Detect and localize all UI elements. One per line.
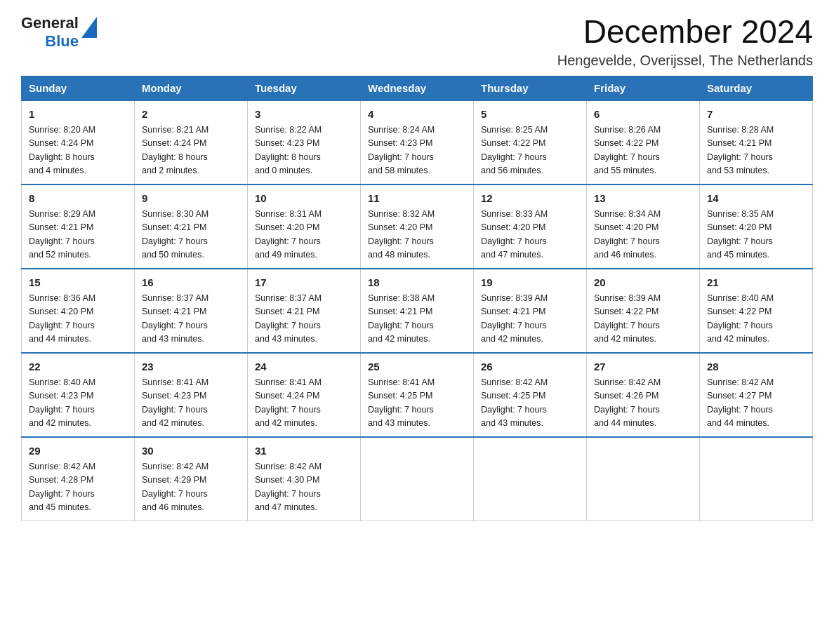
- calendar-cell: 31Sunrise: 8:42 AM Sunset: 4:30 PM Dayli…: [248, 437, 361, 521]
- day-info: Sunrise: 8:36 AM Sunset: 4:20 PM Dayligh…: [29, 292, 127, 347]
- calendar-cell: 11Sunrise: 8:32 AM Sunset: 4:20 PM Dayli…: [361, 185, 474, 269]
- calendar-cell: 28Sunrise: 8:42 AM Sunset: 4:27 PM Dayli…: [700, 353, 813, 437]
- day-number: 27: [594, 359, 692, 375]
- calendar-cell: [587, 437, 700, 521]
- calendar-cell: 9Sunrise: 8:30 AM Sunset: 4:21 PM Daylig…: [135, 185, 248, 269]
- calendar-cell: 13Sunrise: 8:34 AM Sunset: 4:20 PM Dayli…: [587, 185, 700, 269]
- calendar-cell: 25Sunrise: 8:41 AM Sunset: 4:25 PM Dayli…: [361, 353, 474, 437]
- calendar-cell: 15Sunrise: 8:36 AM Sunset: 4:20 PM Dayli…: [22, 269, 135, 353]
- calendar-cell: 5Sunrise: 8:25 AM Sunset: 4:22 PM Daylig…: [474, 100, 587, 185]
- day-info: Sunrise: 8:41 AM Sunset: 4:23 PM Dayligh…: [142, 376, 240, 431]
- day-info: Sunrise: 8:39 AM Sunset: 4:21 PM Dayligh…: [481, 292, 579, 347]
- location-subtitle: Hengevelde, Overijssel, The Netherlands: [557, 53, 813, 69]
- day-info: Sunrise: 8:42 AM Sunset: 4:25 PM Dayligh…: [481, 376, 579, 431]
- calendar-week-row: 8Sunrise: 8:29 AM Sunset: 4:21 PM Daylig…: [22, 185, 813, 269]
- calendar-cell: 24Sunrise: 8:41 AM Sunset: 4:24 PM Dayli…: [248, 353, 361, 437]
- day-number: 29: [29, 443, 127, 459]
- day-info: Sunrise: 8:39 AM Sunset: 4:22 PM Dayligh…: [594, 292, 692, 347]
- calendar-cell: 23Sunrise: 8:41 AM Sunset: 4:23 PM Dayli…: [135, 353, 248, 437]
- day-info: Sunrise: 8:42 AM Sunset: 4:26 PM Dayligh…: [594, 376, 692, 431]
- day-info: Sunrise: 8:28 AM Sunset: 4:21 PM Dayligh…: [707, 123, 805, 178]
- day-info: Sunrise: 8:29 AM Sunset: 4:21 PM Dayligh…: [29, 208, 127, 262]
- day-info: Sunrise: 8:24 AM Sunset: 4:23 PM Dayligh…: [368, 123, 466, 178]
- calendar-header-row: SundayMondayTuesdayWednesdayThursdayFrid…: [22, 76, 813, 100]
- calendar-cell: [474, 437, 587, 521]
- day-info: Sunrise: 8:21 AM Sunset: 4:24 PM Dayligh…: [142, 123, 240, 178]
- day-number: 28: [707, 359, 805, 375]
- calendar-cell: [700, 437, 813, 521]
- day-number: 23: [142, 359, 240, 375]
- day-number: 21: [707, 275, 805, 291]
- calendar-cell: 26Sunrise: 8:42 AM Sunset: 4:25 PM Dayli…: [474, 353, 587, 437]
- calendar-table: SundayMondayTuesdayWednesdayThursdayFrid…: [21, 76, 813, 521]
- calendar-week-row: 29Sunrise: 8:42 AM Sunset: 4:28 PM Dayli…: [22, 437, 813, 521]
- day-number: 30: [142, 443, 240, 459]
- calendar-cell: 30Sunrise: 8:42 AM Sunset: 4:29 PM Dayli…: [135, 437, 248, 521]
- day-number: 22: [29, 359, 127, 375]
- calendar-cell: 21Sunrise: 8:40 AM Sunset: 4:22 PM Dayli…: [700, 269, 813, 353]
- calendar-week-row: 15Sunrise: 8:36 AM Sunset: 4:20 PM Dayli…: [22, 269, 813, 353]
- col-header-sunday: Sunday: [22, 76, 135, 100]
- day-number: 3: [255, 107, 353, 123]
- day-number: 19: [481, 275, 579, 291]
- day-info: Sunrise: 8:25 AM Sunset: 4:22 PM Dayligh…: [481, 123, 579, 178]
- day-info: Sunrise: 8:30 AM Sunset: 4:21 PM Dayligh…: [142, 208, 240, 262]
- col-header-tuesday: Tuesday: [248, 76, 361, 100]
- calendar-cell: 3Sunrise: 8:22 AM Sunset: 4:23 PM Daylig…: [248, 100, 361, 185]
- col-header-friday: Friday: [587, 76, 700, 100]
- day-number: 4: [368, 107, 466, 123]
- day-info: Sunrise: 8:34 AM Sunset: 4:20 PM Dayligh…: [594, 208, 692, 262]
- day-number: 13: [594, 191, 692, 207]
- day-info: Sunrise: 8:32 AM Sunset: 4:20 PM Dayligh…: [368, 208, 466, 262]
- day-number: 1: [29, 107, 127, 123]
- day-number: 25: [368, 359, 466, 375]
- logo-general-text: General: [21, 14, 79, 32]
- calendar-cell: 4Sunrise: 8:24 AM Sunset: 4:23 PM Daylig…: [361, 100, 474, 185]
- logo-triangle-icon: [81, 17, 97, 38]
- svg-marker-0: [81, 17, 97, 38]
- day-info: Sunrise: 8:26 AM Sunset: 4:22 PM Dayligh…: [594, 123, 692, 178]
- day-info: Sunrise: 8:41 AM Sunset: 4:24 PM Dayligh…: [255, 376, 353, 431]
- day-number: 5: [481, 107, 579, 123]
- calendar-cell: 17Sunrise: 8:37 AM Sunset: 4:21 PM Dayli…: [248, 269, 361, 353]
- day-info: Sunrise: 8:40 AM Sunset: 4:22 PM Dayligh…: [707, 292, 805, 347]
- day-info: Sunrise: 8:20 AM Sunset: 4:24 PM Dayligh…: [29, 123, 127, 178]
- day-info: Sunrise: 8:40 AM Sunset: 4:23 PM Dayligh…: [29, 376, 127, 431]
- title-block: December 2024 Hengevelde, Overijssel, Th…: [557, 14, 813, 69]
- day-number: 6: [594, 107, 692, 123]
- day-number: 24: [255, 359, 353, 375]
- calendar-cell: 2Sunrise: 8:21 AM Sunset: 4:24 PM Daylig…: [135, 100, 248, 185]
- calendar-week-row: 22Sunrise: 8:40 AM Sunset: 4:23 PM Dayli…: [22, 353, 813, 437]
- day-info: Sunrise: 8:37 AM Sunset: 4:21 PM Dayligh…: [255, 292, 353, 347]
- day-number: 2: [142, 107, 240, 123]
- day-info: Sunrise: 8:41 AM Sunset: 4:25 PM Dayligh…: [368, 376, 466, 431]
- page-header: General Blue December 2024 Hengevelde, O…: [21, 14, 813, 69]
- calendar-cell: 1Sunrise: 8:20 AM Sunset: 4:24 PM Daylig…: [22, 100, 135, 185]
- day-number: 10: [255, 191, 353, 207]
- day-info: Sunrise: 8:42 AM Sunset: 4:29 PM Dayligh…: [142, 460, 240, 515]
- logo: General Blue: [21, 14, 97, 51]
- col-header-wednesday: Wednesday: [361, 76, 474, 100]
- day-info: Sunrise: 8:42 AM Sunset: 4:30 PM Dayligh…: [255, 460, 353, 515]
- calendar-cell: 19Sunrise: 8:39 AM Sunset: 4:21 PM Dayli…: [474, 269, 587, 353]
- day-number: 11: [368, 191, 466, 207]
- calendar-cell: 18Sunrise: 8:38 AM Sunset: 4:21 PM Dayli…: [361, 269, 474, 353]
- calendar-cell: 16Sunrise: 8:37 AM Sunset: 4:21 PM Dayli…: [135, 269, 248, 353]
- day-number: 15: [29, 275, 127, 291]
- day-number: 8: [29, 191, 127, 207]
- day-number: 16: [142, 275, 240, 291]
- col-header-thursday: Thursday: [474, 76, 587, 100]
- calendar-cell: 22Sunrise: 8:40 AM Sunset: 4:23 PM Dayli…: [22, 353, 135, 437]
- calendar-week-row: 1Sunrise: 8:20 AM Sunset: 4:24 PM Daylig…: [22, 100, 813, 185]
- day-number: 14: [707, 191, 805, 207]
- calendar-cell: 6Sunrise: 8:26 AM Sunset: 4:22 PM Daylig…: [587, 100, 700, 185]
- calendar-cell: 10Sunrise: 8:31 AM Sunset: 4:20 PM Dayli…: [248, 185, 361, 269]
- calendar-cell: 7Sunrise: 8:28 AM Sunset: 4:21 PM Daylig…: [700, 100, 813, 185]
- month-year-title: December 2024: [557, 14, 813, 50]
- logo-blue-text: Blue: [45, 32, 79, 51]
- day-number: 12: [481, 191, 579, 207]
- calendar-cell: 14Sunrise: 8:35 AM Sunset: 4:20 PM Dayli…: [700, 185, 813, 269]
- day-info: Sunrise: 8:22 AM Sunset: 4:23 PM Dayligh…: [255, 123, 353, 178]
- calendar-cell: [361, 437, 474, 521]
- day-info: Sunrise: 8:42 AM Sunset: 4:28 PM Dayligh…: [29, 460, 127, 515]
